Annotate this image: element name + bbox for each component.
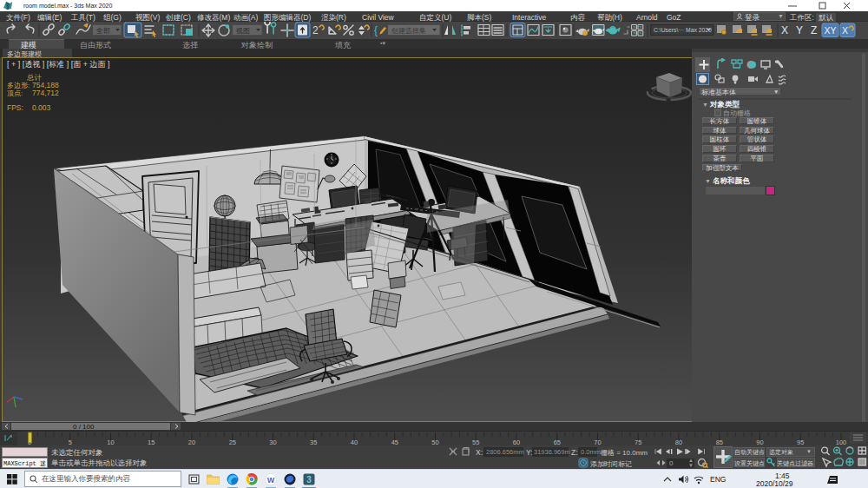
svg-text:70: 70 [594,439,601,446]
svg-text:Y: Y [796,24,803,36]
svg-text:65: 65 [554,439,561,446]
svg-text:FPS:: FPS: [7,103,23,112]
svg-text:2: 2 [312,24,319,36]
svg-text:顶点:: 顶点: [6,89,23,97]
svg-text:50: 50 [431,439,438,446]
svg-text:25: 25 [229,439,236,446]
svg-text:35: 35 [310,439,317,446]
svg-text:45: 45 [391,439,398,446]
svg-text:5: 5 [69,439,72,446]
svg-text:X: X [842,25,848,36]
svg-text:40: 40 [351,439,358,446]
svg-text:X: X [781,24,788,36]
svg-text:30: 30 [269,439,276,446]
svg-text:多边形:: 多边形: [7,82,30,89]
svg-text:C:\Users\··· Max 2020: C:\Users\··· Max 2020 [654,27,712,33]
svg-text:W: W [267,476,275,485]
svg-text:创建选择集: 创建选择集 [391,27,426,35]
svg-text:Z: Z [811,24,817,36]
svg-text:[ + ] [透视 ] [标准 ] [面 + 边面 ]: [ + ] [透视 ] [标准 ] [面 + 边面 ] [7,60,110,69]
svg-text:XY: XY [825,25,837,36]
svg-text:60: 60 [513,439,520,446]
svg-text:55: 55 [472,439,479,446]
svg-text:{: { [374,24,378,36]
svg-text:3: 3 [306,475,312,485]
svg-text:774,712: 774,712 [32,89,59,97]
svg-text:0.003: 0.003 [32,103,51,112]
svg-text:20: 20 [188,439,195,446]
svg-text:90: 90 [756,439,763,446]
svg-text:80: 80 [675,439,682,446]
svg-text:100: 100 [836,439,847,446]
svg-text:视图: 视图 [235,27,250,35]
svg-text:85: 85 [716,439,723,446]
svg-text:75: 75 [635,439,641,446]
svg-text:95: 95 [797,439,804,446]
svg-text:10: 10 [107,439,114,446]
svg-text:15: 15 [148,439,155,446]
svg-text:全部: 全部 [96,27,110,35]
